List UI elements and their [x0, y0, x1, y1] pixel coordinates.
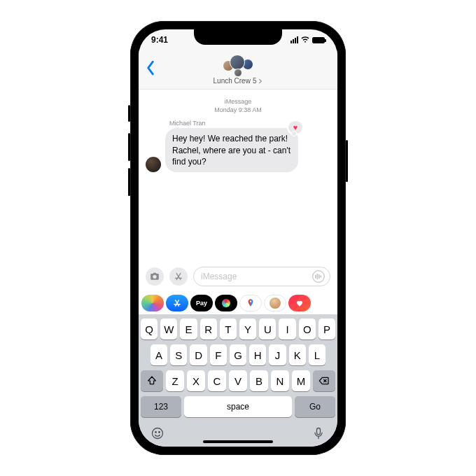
key-b[interactable]: B — [250, 370, 268, 391]
group-name-row: Lunch Crew 5 — [214, 77, 263, 85]
chevron-left-icon — [146, 60, 155, 76]
memoji-face-icon — [270, 298, 281, 309]
message-placeholder: iMessage — [201, 272, 312, 281]
svg-point-16 — [153, 428, 163, 439]
key-o[interactable]: O — [299, 318, 316, 340]
mute-switch — [128, 105, 130, 122]
key-e[interactable]: E — [180, 318, 197, 340]
numbers-key[interactable]: 123 — [141, 396, 181, 417]
timestamp-label: Monday 9:38 AM — [146, 106, 330, 115]
key-a[interactable]: A — [150, 344, 167, 365]
cellular-icon — [290, 36, 298, 43]
app-drawer-button[interactable] — [169, 267, 188, 286]
home-indicator[interactable] — [203, 440, 273, 443]
emoji-button[interactable] — [150, 426, 164, 443]
keyboard-row-4: 123 space Go — [141, 396, 335, 417]
app-google-maps[interactable] — [239, 295, 262, 312]
service-label: iMessage — [146, 98, 330, 106]
waveform-icon — [312, 270, 326, 284]
go-key[interactable]: Go — [295, 396, 335, 417]
key-j[interactable]: J — [269, 344, 286, 365]
key-y[interactable]: Y — [239, 318, 256, 340]
key-x[interactable]: X — [187, 370, 205, 391]
appstore-a-icon — [172, 298, 182, 308]
key-c[interactable]: C — [208, 370, 226, 391]
keyboard: QWERTYUIOP ASDFGHJKL ZXCVBNM 123 space G… — [139, 314, 337, 447]
volume-down-button — [128, 168, 130, 196]
keyboard-row-2: ASDFGHJKL — [141, 344, 335, 365]
wifi-icon — [301, 36, 309, 44]
heart-fingers-icon — [295, 298, 304, 308]
message-bubble[interactable]: Hey hey! We reached the park! Rachel, wh… — [165, 128, 298, 172]
imessage-app-strip[interactable]: Pay — [139, 292, 337, 314]
svg-point-18 — [159, 432, 160, 433]
group-info-button[interactable]: Lunch Crew 5 — [214, 55, 263, 85]
dictation-button[interactable] — [312, 270, 326, 284]
thread-meta: iMessage Monday 9:38 AM — [146, 98, 330, 114]
appstore-icon — [174, 272, 183, 281]
conversation-scroll[interactable]: iMessage Monday 9:38 AM Michael Tran Hey… — [139, 90, 337, 262]
delete-key[interactable] — [313, 370, 335, 391]
phone-device: 9:41 Lunch Crew 5 — [130, 21, 346, 455]
power-button — [346, 140, 348, 182]
key-p[interactable]: P — [318, 318, 335, 340]
camera-icon — [150, 272, 160, 281]
tapback-heart[interactable]: ♥ — [287, 120, 304, 135]
key-m[interactable]: M — [292, 370, 310, 391]
key-k[interactable]: K — [289, 344, 306, 365]
svg-point-17 — [155, 432, 157, 433]
key-r[interactable]: R — [200, 318, 217, 340]
volume-up-button — [128, 133, 130, 161]
mic-icon — [312, 426, 326, 440]
app-store[interactable] — [166, 295, 188, 312]
heart-icon: ♥ — [293, 122, 298, 133]
group-avatars — [223, 55, 253, 76]
key-s[interactable]: S — [170, 344, 187, 365]
avatar — [234, 69, 242, 77]
key-q[interactable]: Q — [141, 318, 158, 340]
svg-rect-19 — [317, 428, 321, 435]
back-button[interactable] — [146, 60, 155, 78]
group-name-label: Lunch Crew — [214, 77, 251, 85]
emoji-icon — [150, 426, 164, 440]
key-f[interactable]: F — [210, 344, 227, 365]
battery-icon — [312, 37, 325, 43]
space-key[interactable]: space — [184, 396, 292, 417]
keyboard-row-1: QWERTYUIOP — [141, 318, 335, 340]
svg-point-13 — [250, 301, 251, 302]
screen: 9:41 Lunch Crew 5 — [139, 29, 337, 447]
conversation-header: Lunch Crew 5 — [139, 50, 337, 90]
compose-bar: iMessage — [139, 262, 337, 292]
shift-key[interactable] — [141, 370, 163, 391]
status-right — [290, 36, 325, 44]
key-h[interactable]: H — [249, 344, 266, 365]
apple-pay-label: Pay — [196, 300, 207, 307]
message-text: Hey hey! We reached the park! Rachel, wh… — [172, 134, 290, 166]
app-fitness[interactable] — [215, 295, 237, 312]
message-input[interactable]: iMessage — [193, 267, 330, 286]
key-d[interactable]: D — [190, 344, 206, 365]
key-t[interactable]: T — [220, 318, 237, 340]
app-photos[interactable] — [141, 295, 164, 312]
app-apple-pay[interactable]: Pay — [190, 295, 213, 312]
app-memoji[interactable] — [264, 295, 286, 312]
status-time: 9:41 — [151, 35, 168, 45]
camera-button[interactable] — [146, 267, 164, 286]
key-g[interactable]: G — [230, 344, 246, 365]
key-u[interactable]: U — [259, 318, 276, 340]
key-i[interactable]: I — [279, 318, 295, 340]
mic-button[interactable] — [312, 426, 326, 443]
maps-pin-icon — [246, 298, 255, 308]
key-l[interactable]: L — [309, 344, 326, 365]
key-w[interactable]: W — [160, 318, 177, 340]
keyboard-row-3: ZXCVBNM — [141, 370, 335, 391]
key-z[interactable]: Z — [166, 370, 184, 391]
sender-name: Michael Tran — [169, 120, 330, 127]
shift-icon — [146, 375, 158, 386]
key-n[interactable]: N — [271, 370, 289, 391]
key-v[interactable]: V — [229, 370, 247, 391]
notch — [194, 29, 282, 45]
sender-avatar[interactable] — [146, 157, 161, 172]
app-digital-touch[interactable] — [288, 295, 311, 312]
chevron-right-icon — [258, 78, 262, 84]
